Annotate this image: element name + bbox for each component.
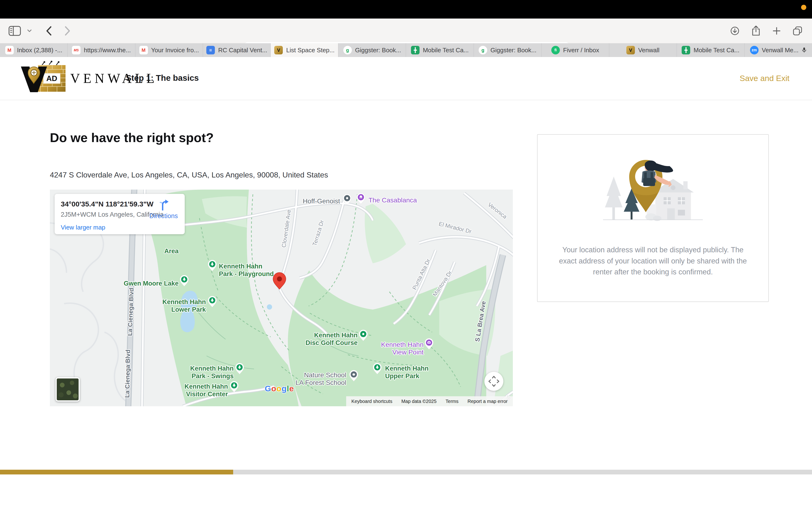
google-logo[interactable]: Google: [265, 384, 294, 393]
tab-label: Your Invoice fro...: [151, 46, 199, 54]
bottom-action-bar: Cancel Next: [0, 474, 812, 526]
browser-tab-5[interactable]: VList Space Step...: [271, 43, 338, 57]
sheets-favicon: ╋: [682, 46, 690, 54]
tab-label: Venwall Me...: [762, 46, 799, 54]
tab-label: https://www.the...: [84, 46, 131, 54]
browser-tab-6[interactable]: gGiggster: Book...: [338, 43, 406, 57]
docs-favicon: ≡: [206, 46, 215, 54]
privacy-note-text: Your location address will not be displa…: [553, 244, 753, 278]
browser-tab-10[interactable]: VVenwall: [609, 43, 677, 57]
browser-tab-2[interactable]: MShttps://www.the...: [68, 43, 135, 57]
sidebar-toggle-icon[interactable]: [9, 26, 21, 36]
giggster-favicon: g: [343, 46, 352, 54]
tab-label: Mobile Test Ca...: [423, 46, 469, 54]
tab-label: Inbox (2,388) -...: [17, 46, 62, 54]
map-attribution-item[interactable]: Report a map error: [467, 399, 508, 404]
site-header: AD VENWALL Step 1: The basics Save and E…: [0, 57, 812, 100]
tab-label: Fiverr / Inbox: [563, 46, 599, 54]
map-label: Hoff-Genoist: [303, 197, 340, 205]
tab-label: RC Capital Vent...: [218, 46, 267, 54]
progress-bar-fill: [0, 470, 233, 474]
directions-label: Directions: [148, 212, 179, 220]
tab-label: Venwall: [638, 46, 659, 54]
downloads-icon[interactable]: [730, 26, 739, 35]
mls-favicon: MS: [72, 46, 81, 54]
directions-fork-icon: [158, 198, 169, 211]
share-icon[interactable]: [751, 26, 761, 36]
browser-tab-8[interactable]: gGiggster: Book...: [474, 43, 541, 57]
tab-label: List Space Step...: [286, 46, 335, 54]
tab-label: Giggster: Book...: [355, 46, 401, 54]
map-label: Area: [164, 247, 179, 255]
logo-ad-badge: AD: [46, 74, 57, 83]
tab-label: Mobile Test Ca...: [694, 46, 739, 54]
fiverr-favicon: fi: [551, 46, 560, 54]
browser-tab-9[interactable]: fiFiverr / Inbox: [541, 43, 609, 57]
map-info-card: 34°00'35.4"N 118°21'59.3"W 2J5M+WCM Los …: [55, 194, 185, 234]
google-map[interactable]: Hoff-GenoistThe CasablancaVeronicaEl Mir…: [50, 189, 513, 406]
map-label: Gwen Moore Lake: [124, 280, 178, 287]
browser-tab-12[interactable]: zmVenwall Me...: [744, 43, 812, 57]
save-and-exit-link[interactable]: Save and Exit: [740, 74, 789, 83]
map-pan-control[interactable]: [484, 372, 503, 391]
giggster-favicon: g: [479, 46, 487, 54]
map-label: The Casablanca: [368, 197, 417, 204]
privacy-info-card: Your location address will not be displa…: [537, 134, 769, 302]
map-attribution-item: Map data ©2025: [401, 399, 436, 404]
venwall-logo-mark: AD: [19, 60, 69, 97]
browser-tab-11[interactable]: ╋Mobile Test Ca...: [677, 43, 744, 57]
view-larger-map-link[interactable]: View larger map: [61, 224, 105, 231]
browser-tab-1[interactable]: MInbox (2,388) -...: [0, 43, 68, 57]
new-tab-icon[interactable]: [772, 27, 781, 35]
browser-tab-4[interactable]: ≡RC Capital Vent...: [203, 43, 271, 57]
browser-toolbar: venwall.com Ax: [0, 18, 812, 43]
step-title: Step 1: The basics: [126, 73, 199, 83]
zoom-favicon: zm: [750, 46, 758, 54]
venwall-favicon: V: [626, 46, 635, 54]
listing-address: 4247 S Cloverdale Ave, Los Angeles, CA, …: [50, 171, 328, 179]
tab-label: Giggster: Book...: [491, 46, 537, 54]
coordinates-title: 34°00'35.4"N 118°21'59.3"W: [61, 200, 154, 208]
tab-overview-icon[interactable]: [793, 26, 802, 36]
progress-bar-track: [0, 470, 812, 474]
map-attribution-bar: Keyboard shortcutsMap data ©2025TermsRep…: [346, 396, 513, 406]
sheets-favicon: ╋: [411, 46, 420, 54]
directions-button[interactable]: Directions: [148, 198, 179, 220]
map-attribution-item[interactable]: Keyboard shortcuts: [351, 399, 392, 404]
forward-button[interactable]: [64, 26, 71, 36]
page-heading: Do we have the right spot?: [50, 130, 214, 145]
sidebar-chevron-down-icon[interactable]: [27, 29, 32, 33]
recording-indicator-dot: [801, 5, 806, 10]
venwall-favicon: V: [274, 46, 283, 54]
location-privacy-illustration: [596, 148, 710, 229]
map-label: La Cienega Blvd: [124, 350, 132, 398]
satellite-view-toggle[interactable]: [56, 377, 80, 401]
tab-bar: MInbox (2,388) -...MShttps://www.the...M…: [0, 43, 812, 57]
gmail-favicon: M: [139, 46, 148, 54]
tab-mic-icon: [802, 47, 807, 53]
pan-arrows-icon: [484, 372, 503, 391]
macos-menubar: [0, 0, 812, 18]
back-button[interactable]: [45, 26, 52, 36]
map-attribution-item[interactable]: Terms: [446, 399, 459, 404]
browser-tab-3[interactable]: MYour Invoice fro...: [135, 43, 203, 57]
gmail-favicon: M: [5, 46, 14, 54]
browser-tab-7[interactable]: ╋Mobile Test Ca...: [406, 43, 474, 57]
